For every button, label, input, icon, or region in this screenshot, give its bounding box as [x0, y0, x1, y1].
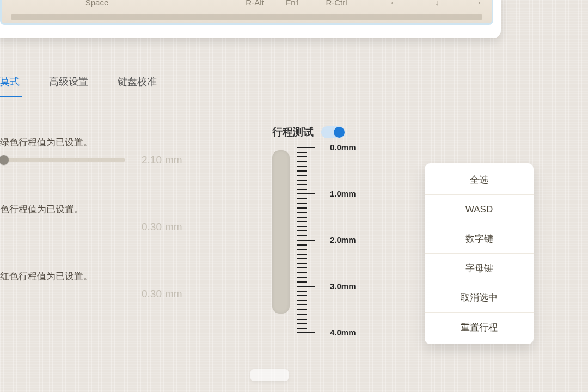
tick-label: 4.0mm [330, 328, 356, 337]
tick-minor [297, 152, 307, 153]
tick-major [297, 332, 315, 333]
tick-minor [297, 221, 307, 222]
tick-minor [297, 295, 307, 296]
tabs: 莫式高级设置键盘校准 [0, 71, 159, 97]
tick-major [297, 240, 315, 241]
tick-minor [297, 314, 307, 315]
tick-minor [297, 203, 307, 204]
key-space[interactable]: Space [85, 0, 109, 7]
tick-minor [297, 226, 307, 227]
key-r-alt[interactable]: R-Alt [246, 0, 264, 7]
tick-minor [297, 323, 307, 324]
preset-4[interactable]: 取消选中 [425, 283, 534, 313]
tick-label: 0.0mm [330, 143, 356, 152]
tick-minor [297, 230, 307, 231]
travel-test-toggle[interactable] [321, 126, 345, 138]
setting-label: 绿色行程值为已设置。 [0, 136, 229, 149]
tick-minor [297, 184, 307, 185]
key-fn1[interactable]: Fn1 [286, 0, 300, 7]
travel-depth-bar [272, 150, 290, 314]
tick-minor [297, 156, 307, 157]
tab-0[interactable]: 莫式 [0, 71, 22, 97]
setting-2: 红色行程值为已设置。0.30mm [0, 270, 229, 300]
key-↓[interactable]: ↓ [435, 0, 439, 7]
travel-test-panel: 行程测试 0.0mm1.0mm2.0mm3.0mm4.0mm [272, 125, 381, 343]
key-r-ctrl[interactable]: R-Ctrl [326, 0, 347, 7]
tick-minor [297, 304, 307, 305]
tick-minor [297, 198, 307, 199]
tick-minor [297, 254, 307, 255]
keyboard-row: SpaceR-AltFn1R-Ctrl←↓→ [0, 0, 493, 25]
setting-label: 色行程值为已设置。 [0, 203, 229, 216]
key-←[interactable]: ← [390, 0, 398, 7]
tick-minor [297, 300, 307, 301]
tick-minor [297, 272, 307, 273]
tick-minor [297, 309, 307, 310]
preset-2[interactable]: 数字键 [425, 224, 534, 254]
tick-minor [297, 161, 307, 162]
tick-minor [297, 166, 307, 167]
tick-minor [297, 263, 307, 264]
tick-label: 3.0mm [330, 281, 356, 291]
tick-minor [297, 249, 307, 250]
preset-0[interactable]: 全选 [425, 166, 534, 195]
tick-minor [297, 175, 307, 176]
setting-label: 红色行程值为已设置。 [0, 270, 229, 283]
tick-minor [297, 244, 307, 246]
setting-value: 2.10mm [142, 154, 207, 166]
tick-minor [297, 170, 307, 171]
tick-minor [297, 281, 307, 283]
slider-thumb[interactable] [0, 155, 9, 165]
tick-minor [297, 277, 307, 278]
preset-1[interactable]: WASD [425, 195, 534, 224]
tick-label: 2.0mm [330, 235, 356, 244]
preset-3[interactable]: 字母键 [425, 254, 534, 283]
setting-0: 绿色行程值为已设置。2.10mm [0, 136, 229, 166]
tick-label: 1.0mm [330, 189, 356, 198]
tab-2[interactable]: 键盘校准 [115, 71, 159, 97]
tab-1[interactable]: 高级设置 [47, 71, 90, 97]
tick-minor [297, 318, 307, 320]
tick-major [297, 286, 315, 287]
setting-1: 色行程值为已设置。0.30mm [0, 203, 229, 233]
page-indicator [250, 369, 289, 381]
keyboard-preview: SpaceR-AltFn1R-Ctrl←↓→ [0, 0, 501, 38]
keyboard-base-bar [11, 14, 482, 20]
preset-buttons-card: 全选WASD数字键字母键取消选中重置行程 [425, 163, 534, 344]
setting-value: 0.30mm [142, 221, 207, 233]
setting-value: 0.30mm [142, 288, 207, 300]
tick-minor [297, 217, 307, 218]
travel-test-title: 行程测试 [272, 125, 314, 139]
tick-minor [297, 212, 307, 213]
tick-minor [297, 328, 307, 329]
settings-panel: 绿色行程值为已设置。2.10mm色行程值为已设置。0.30mm红色行程值为已设置… [0, 136, 229, 337]
tick-minor [297, 235, 307, 236]
tick-major [297, 193, 315, 194]
tick-major [297, 147, 315, 148]
key-→[interactable]: → [474, 0, 482, 7]
toggle-knob [334, 127, 345, 138]
tick-minor [297, 207, 307, 209]
tick-minor [297, 258, 307, 259]
tick-minor [297, 180, 307, 181]
travel-ruler: 0.0mm1.0mm2.0mm3.0mm4.0mm [272, 147, 381, 343]
preset-5[interactable]: 重置行程 [425, 313, 534, 342]
tick-minor [297, 189, 307, 190]
tick-minor [297, 267, 307, 268]
slider-track[interactable] [0, 158, 125, 162]
tick-minor [297, 291, 307, 292]
